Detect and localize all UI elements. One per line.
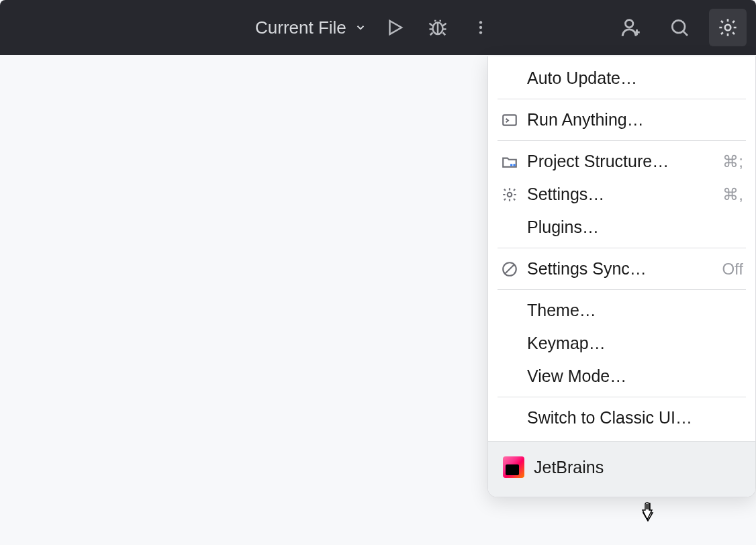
menu-label: View Mode… (527, 366, 743, 386)
menu-item-plugins[interactable]: Plugins… (488, 211, 755, 244)
menu-label: Project Structure… (527, 152, 714, 171)
cursor-pointer-icon (639, 502, 658, 525)
svg-line-23 (504, 264, 514, 274)
menu-item-switch-classic-ui[interactable]: Switch to Classic UI… (488, 401, 755, 434)
menu-label: Plugins… (527, 217, 743, 237)
more-vertical-icon (472, 19, 489, 36)
jetbrains-logo-icon (503, 456, 524, 478)
svg-line-8 (442, 33, 445, 36)
code-with-me-button[interactable] (612, 9, 650, 46)
menu-item-view-mode[interactable]: View Mode… (488, 360, 755, 393)
menu-item-settings[interactable]: Settings… ⌘, (488, 178, 755, 211)
run-button[interactable] (376, 9, 414, 46)
folder-structure-icon (500, 152, 519, 171)
menu-label: Settings Sync… (527, 259, 708, 279)
svg-rect-19 (510, 164, 512, 166)
user-plus-icon (620, 16, 643, 39)
svg-point-12 (626, 20, 633, 28)
menu-label: Keymap… (527, 334, 743, 353)
disabled-icon (500, 260, 519, 279)
run-config-selector[interactable]: Current File (248, 13, 373, 42)
gear-icon (717, 17, 739, 38)
search-everywhere-button[interactable] (661, 9, 698, 46)
svg-point-11 (479, 31, 482, 34)
svg-marker-0 (389, 21, 401, 34)
svg-point-21 (508, 192, 512, 197)
terminal-icon (500, 111, 519, 130)
menu-item-auto-update[interactable]: Auto Update… (488, 62, 755, 95)
svg-line-3 (429, 23, 432, 26)
svg-line-16 (683, 31, 688, 36)
menu-label: Run Anything… (527, 110, 743, 130)
menu-separator (498, 248, 746, 248)
menu-item-run-anything[interactable]: Run Anything… (488, 103, 755, 136)
menu-label: Switch to Classic UI… (527, 408, 743, 428)
menu-item-settings-sync[interactable]: Settings Sync… Off (488, 252, 755, 285)
svg-line-4 (442, 23, 446, 26)
play-icon (385, 17, 405, 38)
svg-line-7 (430, 33, 433, 36)
menu-label: Auto Update… (527, 68, 743, 88)
menu-label: JetBrains (534, 458, 604, 477)
menu-separator (498, 397, 746, 397)
chevron-down-icon (355, 21, 367, 34)
bug-icon (428, 17, 448, 38)
svg-rect-18 (503, 115, 516, 125)
more-actions-button[interactable] (462, 9, 500, 46)
menu-separator (498, 99, 746, 99)
menu-shortcut: ⌘; (722, 152, 743, 171)
menu-item-project-structure[interactable]: Project Structure… ⌘; (488, 145, 755, 178)
settings-gear-button[interactable] (709, 9, 747, 46)
svg-point-15 (672, 20, 685, 33)
top-toolbar: Current File (0, 0, 756, 55)
menu-item-keymap[interactable]: Keymap… (488, 327, 755, 360)
settings-menu: Auto Update… Run Anything… Project Struc… (487, 56, 756, 497)
menu-separator (498, 289, 746, 290)
menu-label: Theme… (527, 301, 743, 320)
gear-small-icon (500, 185, 519, 204)
menu-shortcut: ⌘, (722, 185, 743, 204)
svg-point-17 (725, 25, 731, 31)
svg-point-10 (479, 26, 482, 29)
svg-point-9 (479, 21, 482, 23)
menu-item-theme[interactable]: Theme… (488, 294, 755, 327)
svg-rect-20 (513, 164, 515, 166)
menu-item-jetbrains[interactable]: JetBrains (488, 442, 755, 497)
run-config-label: Current File (255, 17, 346, 38)
debug-button[interactable] (419, 9, 457, 46)
menu-label: Settings… (527, 185, 714, 204)
menu-separator (498, 140, 746, 141)
search-icon (669, 17, 690, 38)
menu-state: Off (722, 260, 743, 279)
